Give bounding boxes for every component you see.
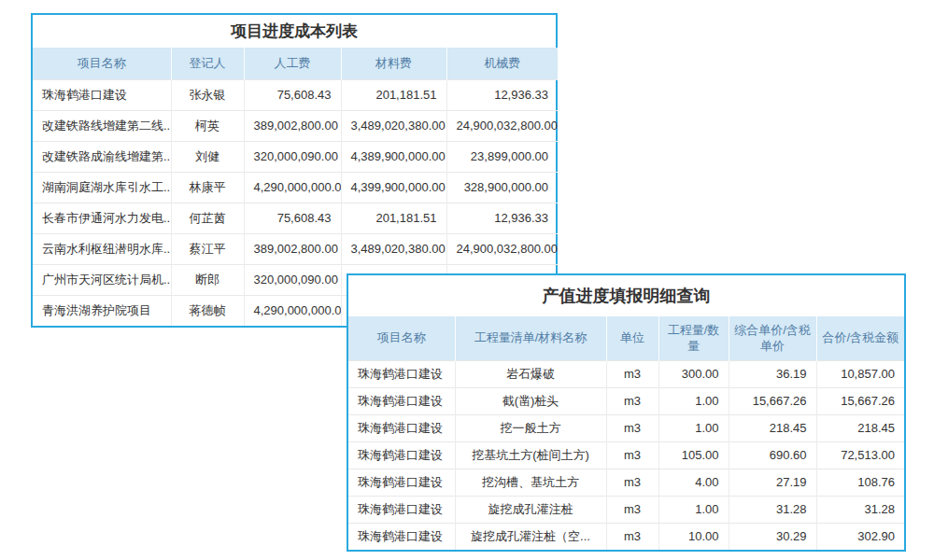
registrant-link[interactable]: 张永银 [171, 79, 244, 110]
unit-cell: m3 [606, 496, 658, 523]
unit-price-cell: 30.29 [729, 523, 816, 550]
cost-col-material: 材料费 [341, 48, 446, 79]
cost-table-title: 项目进度成本列表 [33, 15, 556, 48]
registrant-link[interactable]: 刘健 [171, 141, 244, 172]
unit-price-cell: 31.28 [729, 496, 816, 523]
output-col-unit-price: 综合单价/含税单价 [729, 316, 816, 360]
unit-price-cell: 27.19 [729, 469, 816, 496]
table-row: 珠海鹤港口建设 截(凿)桩头 m3 1.00 15,667.26 15,667.… [348, 387, 904, 414]
unit-price-cell: 36.19 [729, 360, 816, 387]
machine-cost-cell: 328,900,000.00 [446, 172, 558, 203]
table-row: 珠海鹤港口建设 旋挖成孔灌注桩（空... m3 10.00 30.29 302.… [348, 523, 904, 550]
table-row: 珠海鹤港口建设 挖基坑土方(桩间土方) m3 105.00 690.60 72,… [348, 441, 904, 469]
output-col-quantity: 工程量/数量 [658, 316, 729, 360]
quantity-cell: 300.00 [658, 360, 729, 387]
project-link[interactable]: 云南水利枢纽潜明水库... [33, 233, 171, 264]
unit-cell: m3 [606, 387, 658, 414]
registrant-link[interactable]: 柯英 [171, 110, 244, 141]
labor-cost-cell: 75,608.43 [244, 79, 341, 110]
project-link[interactable]: 广州市天河区统计局机... [33, 264, 171, 295]
output-table: 项目名称 工程量清单/材料名称 单位 工程量/数量 综合单价/含税单价 合价/含… [348, 316, 904, 550]
table-row: 湖南洞庭湖水库引水工... 林康平 4,290,000,000.00 4,399… [33, 172, 558, 203]
item-name-cell: 挖沟槽、基坑土方 [455, 469, 606, 496]
item-name-cell: 截(凿)桩头 [455, 387, 606, 414]
registrant-link[interactable]: 蒋德帧 [171, 295, 244, 326]
project-link[interactable]: 改建铁路成渝线增建第... [33, 141, 171, 172]
item-name-cell: 挖一般土方 [455, 414, 606, 441]
unit-price-cell: 218.45 [729, 414, 816, 441]
project-link[interactable]: 改建铁路线增建第二线... [33, 110, 171, 141]
unit-cell: m3 [606, 469, 658, 496]
labor-cost-cell: 4,290,000,000.00 [244, 295, 341, 326]
table-row: 珠海鹤港口建设 挖沟槽、基坑土方 m3 4.00 27.19 108.76 [348, 469, 904, 496]
amount-cell: 302.90 [816, 523, 904, 550]
table-row: 珠海鹤港口建设 岩石爆破 m3 300.00 36.19 10,857.00 [348, 360, 904, 387]
unit-cell: m3 [606, 523, 658, 550]
amount-cell: 218.45 [816, 414, 904, 441]
unit-cell: m3 [606, 441, 658, 469]
output-col-item: 工程量清单/材料名称 [455, 316, 606, 360]
amount-cell: 72,513.00 [816, 441, 904, 469]
quantity-cell: 4.00 [658, 469, 729, 496]
labor-cost-cell: 75,608.43 [244, 203, 341, 233]
table-row: 珠海鹤港口建设 旋挖成孔灌注桩 m3 1.00 31.28 31.28 [348, 496, 904, 523]
table-row: 云南水利枢纽潜明水库... 蔡江平 389,002,800.00 3,489,0… [33, 233, 558, 264]
machine-cost-cell: 12,936.33 [446, 79, 558, 110]
quantity-cell: 1.00 [658, 496, 729, 523]
output-table-panel: 产值进度填报明细查询 项目名称 工程量清单/材料名称 单位 工程量/数量 综合单… [347, 273, 906, 552]
amount-cell: 10,857.00 [816, 360, 904, 387]
amount-cell: 15,667.26 [816, 387, 904, 414]
project-link[interactable]: 湖南洞庭湖水库引水工... [33, 172, 171, 203]
registrant-link[interactable]: 断郎 [171, 264, 244, 295]
table-row: 珠海鹤港口建设 张永银 75,608.43 201,181.51 12,936.… [33, 79, 558, 110]
table-row: 长春市伊通河水力发电... 何芷茵 75,608.43 201,181.51 1… [33, 203, 558, 233]
quantity-cell: 1.00 [658, 387, 729, 414]
cost-col-labor: 人工费 [244, 48, 341, 79]
registrant-link[interactable]: 林康平 [171, 172, 244, 203]
material-cost-cell: 4,389,900,000.00 [341, 141, 446, 172]
output-header-row: 项目名称 工程量清单/材料名称 单位 工程量/数量 综合单价/含税单价 合价/含… [348, 316, 904, 360]
project-link[interactable]: 珠海鹤港口建设 [348, 496, 455, 523]
material-cost-cell: 4,399,900,000.00 [341, 172, 446, 203]
unit-cell: m3 [606, 414, 658, 441]
table-row: 珠海鹤港口建设 挖一般土方 m3 1.00 218.45 218.45 [348, 414, 904, 441]
project-link[interactable]: 珠海鹤港口建设 [348, 441, 455, 469]
cost-col-project: 项目名称 [33, 48, 171, 79]
output-col-project: 项目名称 [348, 316, 455, 360]
project-link[interactable]: 长春市伊通河水力发电... [33, 203, 171, 233]
page-canvas: 项目进度成本列表 项目名称 登记人 人工费 材料费 机械费 珠海鹤港口建设 张永… [0, 0, 934, 560]
project-link[interactable]: 珠海鹤港口建设 [348, 414, 455, 441]
machine-cost-cell: 12,936.33 [446, 203, 558, 233]
output-table-header: 项目名称 工程量清单/材料名称 单位 工程量/数量 综合单价/含税单价 合价/含… [348, 316, 904, 360]
item-name-cell: 旋挖成孔灌注桩 [455, 496, 606, 523]
project-link[interactable]: 青海洪湖养护院项目 [33, 295, 171, 326]
item-name-cell: 岩石爆破 [455, 360, 606, 387]
machine-cost-cell: 23,899,000.00 [446, 141, 558, 172]
cost-col-machine: 机械费 [446, 48, 558, 79]
labor-cost-cell: 320,000,090.00 [244, 141, 341, 172]
material-cost-cell: 3,489,020,380.00 [341, 110, 446, 141]
material-cost-cell: 201,181.51 [341, 203, 446, 233]
project-link[interactable]: 珠海鹤港口建设 [348, 469, 455, 496]
quantity-cell: 10.00 [658, 523, 729, 550]
project-link[interactable]: 珠海鹤港口建设 [348, 523, 455, 550]
registrant-link[interactable]: 蔡江平 [171, 233, 244, 264]
output-table-body: 珠海鹤港口建设 岩石爆破 m3 300.00 36.19 10,857.00 珠… [348, 360, 904, 550]
machine-cost-cell: 24,900,032,800.00 [446, 110, 558, 141]
cost-col-registrant: 登记人 [171, 48, 244, 79]
material-cost-cell: 3,489,020,380.00 [341, 233, 446, 264]
item-name-cell: 旋挖成孔灌注桩（空... [455, 523, 606, 550]
table-row: 改建铁路线增建第二线... 柯英 389,002,800.00 3,489,02… [33, 110, 558, 141]
quantity-cell: 1.00 [658, 414, 729, 441]
amount-cell: 108.76 [816, 469, 904, 496]
registrant-link[interactable]: 何芷茵 [171, 203, 244, 233]
project-link[interactable]: 珠海鹤港口建设 [33, 79, 171, 110]
project-link[interactable]: 珠海鹤港口建设 [348, 387, 455, 414]
output-col-unit: 单位 [606, 316, 658, 360]
output-table-title: 产值进度填报明细查询 [348, 275, 904, 316]
cost-header-row: 项目名称 登记人 人工费 材料费 机械费 [33, 48, 558, 79]
unit-price-cell: 690.60 [729, 441, 816, 469]
unit-cell: m3 [606, 360, 658, 387]
output-col-amount: 合价/含税金额 [816, 316, 904, 360]
project-link[interactable]: 珠海鹤港口建设 [348, 360, 455, 387]
